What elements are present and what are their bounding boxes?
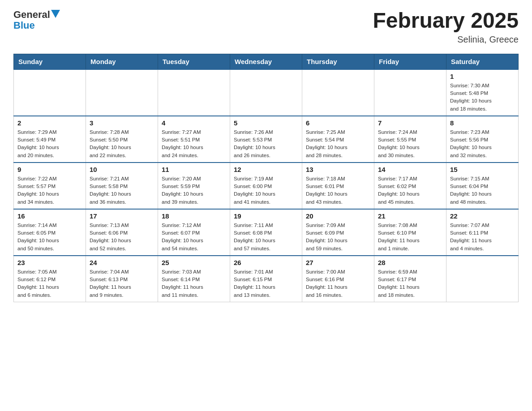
day-info: Sunrise: 7:27 AM Sunset: 5:51 PM Dayligh… [162, 128, 226, 159]
day-number: 10 [90, 166, 154, 173]
day-info: Sunrise: 7:07 AM Sunset: 6:11 PM Dayligh… [450, 222, 515, 253]
calendar-cell: 1Sunrise: 7:30 AM Sunset: 5:48 PM Daylig… [446, 69, 519, 116]
calendar-cell [158, 69, 230, 116]
calendar-cell: 27Sunrise: 7:00 AM Sunset: 6:16 PM Dayli… [302, 256, 374, 302]
day-info: Sunrise: 7:14 AM Sunset: 6:05 PM Dayligh… [17, 222, 82, 253]
day-info: Sunrise: 7:20 AM Sunset: 5:59 PM Dayligh… [162, 175, 226, 206]
calendar-cell: 28Sunrise: 6:59 AM Sunset: 6:17 PM Dayli… [374, 256, 446, 302]
day-info: Sunrise: 7:12 AM Sunset: 6:07 PM Dayligh… [162, 222, 226, 253]
page-header: General Blue February 2025 Selinia, Gree… [13, 9, 519, 45]
calendar-cell [302, 69, 374, 116]
day-number: 6 [306, 119, 370, 127]
day-number: 19 [234, 212, 298, 220]
day-info: Sunrise: 7:19 AM Sunset: 6:00 PM Dayligh… [234, 175, 298, 206]
weekday-header-thursday: Thursday [302, 54, 374, 69]
day-number: 27 [306, 259, 370, 266]
day-info: Sunrise: 7:23 AM Sunset: 5:56 PM Dayligh… [450, 128, 515, 159]
day-number: 25 [162, 259, 226, 266]
calendar-cell: 10Sunrise: 7:21 AM Sunset: 5:58 PM Dayli… [86, 163, 158, 209]
day-info: Sunrise: 7:21 AM Sunset: 5:58 PM Dayligh… [90, 175, 154, 206]
svg-marker-0 [51, 10, 60, 18]
day-number: 4 [162, 119, 226, 127]
weekday-header-tuesday: Tuesday [158, 54, 230, 69]
day-number: 24 [90, 259, 154, 266]
month-title: February 2025 [373, 9, 519, 33]
calendar-cell: 19Sunrise: 7:11 AM Sunset: 6:08 PM Dayli… [230, 209, 302, 256]
calendar-cell: 9Sunrise: 7:22 AM Sunset: 5:57 PM Daylig… [14, 163, 86, 209]
day-info: Sunrise: 7:05 AM Sunset: 6:12 PM Dayligh… [17, 268, 82, 299]
day-number: 16 [17, 212, 82, 220]
calendar-cell: 5Sunrise: 7:26 AM Sunset: 5:53 PM Daylig… [230, 116, 302, 163]
day-number: 22 [450, 212, 515, 220]
weekday-header-row: SundayMondayTuesdayWednesdayThursdayFrid… [14, 54, 519, 69]
day-info: Sunrise: 7:03 AM Sunset: 6:14 PM Dayligh… [162, 268, 226, 299]
calendar-cell: 17Sunrise: 7:13 AM Sunset: 6:06 PM Dayli… [86, 209, 158, 256]
day-info: Sunrise: 7:26 AM Sunset: 5:53 PM Dayligh… [234, 128, 298, 159]
calendar-cell [446, 256, 519, 302]
calendar-cell: 15Sunrise: 7:15 AM Sunset: 6:04 PM Dayli… [446, 163, 519, 209]
calendar-cell: 21Sunrise: 7:08 AM Sunset: 6:10 PM Dayli… [374, 209, 446, 256]
week-row-2: 2Sunrise: 7:29 AM Sunset: 5:49 PM Daylig… [14, 116, 519, 163]
day-number: 20 [306, 212, 370, 220]
calendar-table: SundayMondayTuesdayWednesdayThursdayFrid… [13, 54, 519, 302]
day-info: Sunrise: 7:04 AM Sunset: 6:13 PM Dayligh… [90, 268, 154, 299]
day-number: 18 [162, 212, 226, 220]
calendar-cell: 2Sunrise: 7:29 AM Sunset: 5:49 PM Daylig… [14, 116, 86, 163]
day-info: Sunrise: 7:00 AM Sunset: 6:16 PM Dayligh… [306, 268, 370, 299]
weekday-header-wednesday: Wednesday [230, 54, 302, 69]
day-number: 12 [234, 166, 298, 173]
calendar-cell: 3Sunrise: 7:28 AM Sunset: 5:50 PM Daylig… [86, 116, 158, 163]
calendar-cell [230, 69, 302, 116]
logo-general: General [13, 9, 50, 21]
calendar-cell [14, 69, 86, 116]
logo-blue: Blue [13, 20, 35, 31]
week-row-1: 1Sunrise: 7:30 AM Sunset: 5:48 PM Daylig… [14, 69, 519, 116]
day-info: Sunrise: 7:08 AM Sunset: 6:10 PM Dayligh… [378, 222, 442, 253]
day-info: Sunrise: 7:29 AM Sunset: 5:49 PM Dayligh… [17, 128, 82, 159]
calendar-cell: 16Sunrise: 7:14 AM Sunset: 6:05 PM Dayli… [14, 209, 86, 256]
day-number: 2 [17, 119, 82, 127]
weekday-header-sunday: Sunday [14, 54, 86, 69]
day-number: 11 [162, 166, 226, 173]
calendar-cell: 4Sunrise: 7:27 AM Sunset: 5:51 PM Daylig… [158, 116, 230, 163]
day-number: 13 [306, 166, 370, 173]
day-info: Sunrise: 7:22 AM Sunset: 5:57 PM Dayligh… [17, 175, 82, 206]
day-number: 5 [234, 119, 298, 127]
logo: General Blue [13, 9, 60, 31]
week-row-5: 23Sunrise: 7:05 AM Sunset: 6:12 PM Dayli… [14, 256, 519, 302]
day-number: 14 [378, 166, 442, 173]
title-block: February 2025 Selinia, Greece [373, 9, 519, 45]
day-number: 26 [234, 259, 298, 266]
day-number: 23 [17, 259, 82, 266]
weekday-header-friday: Friday [374, 54, 446, 69]
day-number: 9 [17, 166, 82, 173]
calendar-cell: 22Sunrise: 7:07 AM Sunset: 6:11 PM Dayli… [446, 209, 519, 256]
weekday-header-saturday: Saturday [446, 54, 519, 69]
day-number: 28 [378, 259, 442, 266]
weekday-header-monday: Monday [86, 54, 158, 69]
calendar-cell: 26Sunrise: 7:01 AM Sunset: 6:15 PM Dayli… [230, 256, 302, 302]
day-info: Sunrise: 7:25 AM Sunset: 5:54 PM Dayligh… [306, 128, 370, 159]
calendar-cell [86, 69, 158, 116]
location: Selinia, Greece [373, 34, 519, 45]
day-info: Sunrise: 7:18 AM Sunset: 6:01 PM Dayligh… [306, 175, 370, 206]
day-number: 8 [450, 119, 515, 127]
day-number: 1 [450, 73, 515, 80]
calendar-cell: 14Sunrise: 7:17 AM Sunset: 6:02 PM Dayli… [374, 163, 446, 209]
calendar-cell: 24Sunrise: 7:04 AM Sunset: 6:13 PM Dayli… [86, 256, 158, 302]
day-number: 3 [90, 119, 154, 127]
calendar-cell: 18Sunrise: 7:12 AM Sunset: 6:07 PM Dayli… [158, 209, 230, 256]
day-number: 15 [450, 166, 515, 173]
day-info: Sunrise: 7:17 AM Sunset: 6:02 PM Dayligh… [378, 175, 442, 206]
calendar-cell: 25Sunrise: 7:03 AM Sunset: 6:14 PM Dayli… [158, 256, 230, 302]
calendar-cell: 7Sunrise: 7:24 AM Sunset: 5:55 PM Daylig… [374, 116, 446, 163]
logo-arrow-icon [51, 10, 60, 18]
calendar-cell: 23Sunrise: 7:05 AM Sunset: 6:12 PM Dayli… [14, 256, 86, 302]
day-info: Sunrise: 7:11 AM Sunset: 6:08 PM Dayligh… [234, 222, 298, 253]
calendar-cell: 8Sunrise: 7:23 AM Sunset: 5:56 PM Daylig… [446, 116, 519, 163]
day-info: Sunrise: 6:59 AM Sunset: 6:17 PM Dayligh… [378, 268, 442, 299]
calendar-cell [374, 69, 446, 116]
day-info: Sunrise: 7:15 AM Sunset: 6:04 PM Dayligh… [450, 175, 515, 206]
week-row-3: 9Sunrise: 7:22 AM Sunset: 5:57 PM Daylig… [14, 163, 519, 209]
day-info: Sunrise: 7:28 AM Sunset: 5:50 PM Dayligh… [90, 128, 154, 159]
